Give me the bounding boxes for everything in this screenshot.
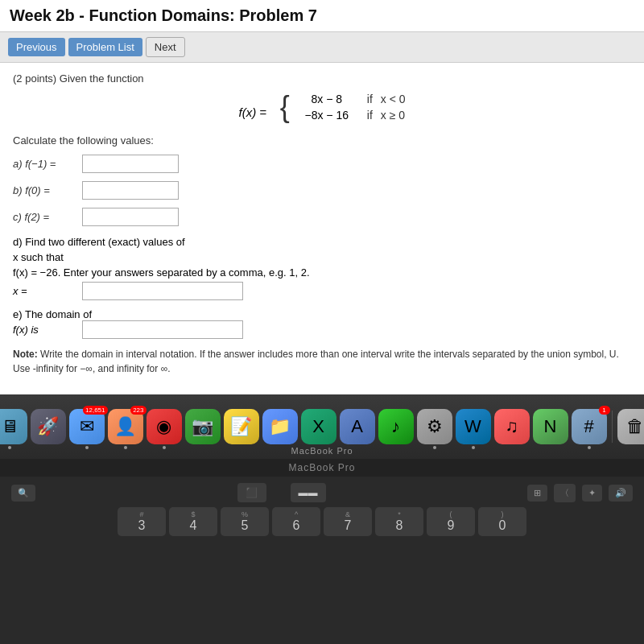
dock-icon-slack[interactable]: #1 <box>572 409 607 444</box>
keyboard-top-row: 🔍 ⬛ ▬▬ ⊞ 〈 ✦ 🔊 <box>8 483 636 502</box>
dock-icon-xcode[interactable]: A <box>340 409 375 444</box>
function-display: f(x) = { 8x − 8 if x < 0 −8x − 16 if x ≥… <box>13 93 631 122</box>
brightness-key[interactable]: ✦ <box>582 485 602 502</box>
part-b-row: b) f(0) = <box>13 181 631 200</box>
note-text: Write the domain in interval notation. I… <box>13 349 619 374</box>
dock-icon-files[interactable]: 📁 <box>262 409 298 444</box>
next-button[interactable]: Next <box>146 37 185 57</box>
section-e: e) The domain of f(x) is <box>13 308 631 339</box>
case-row-1: 8x − 8 if x < 0 <box>295 93 406 105</box>
dock-area: MacBook Pro 🖥🚀✉12,651👤223◉📷📝📁XA♪⚙W♫N#1🗑 <box>0 394 644 459</box>
dock-dot-prefs <box>433 446 436 449</box>
dock-icon-facetime[interactable]: 📷 <box>185 409 221 444</box>
case1-expr: 8x − 8 <box>295 93 359 105</box>
part-d-input[interactable] <box>82 282 243 300</box>
part-c-row: c) f(2) = <box>13 208 631 226</box>
dock-icon-spotify[interactable]: ♪ <box>378 409 414 444</box>
key-4[interactable]: $4 <box>169 507 217 536</box>
dock-dot-chrome <box>163 446 166 449</box>
part-e-label: f(x) is <box>13 324 77 336</box>
keyboard-number-row: #3 $4 %5 ^6 &7 *8 (9 )0 <box>8 507 636 536</box>
part-d-x-label: x = <box>13 285 77 297</box>
key-9[interactable]: (9 <box>427 507 475 536</box>
dock-icon-excel[interactable]: X <box>301 409 336 444</box>
dock-icon-contacts[interactable]: 👤223 <box>108 409 143 444</box>
dock-icon-trash[interactable]: 🗑 <box>617 409 645 444</box>
case-row-2: −8x − 16 if x ≥ 0 <box>295 109 406 122</box>
section-d: d) Find two different (exact) values of … <box>13 236 631 300</box>
part-b-input[interactable] <box>82 181 179 200</box>
part-d-title: d) Find two different (exact) values of <box>13 236 631 248</box>
part-a-input[interactable] <box>82 155 179 173</box>
brace-icon: { <box>280 93 290 122</box>
part-c-input[interactable] <box>82 208 179 226</box>
part-a-row: a) f(−1) = <box>13 155 631 173</box>
dock-dot-slack <box>588 446 591 449</box>
key-8[interactable]: *8 <box>375 507 423 536</box>
dock-dot-word <box>472 446 475 449</box>
dock-icon-prefs[interactable]: ⚙ <box>417 409 452 444</box>
dock-icons-container: 🖥🚀✉12,651👤223◉📷📝📁XA♪⚙W♫N#1🗑 <box>0 409 644 444</box>
part-a-label: a) f(−1) = <box>13 158 77 170</box>
macbook-label: MacBook Pro <box>291 446 353 456</box>
dock-icon-finder[interactable]: 🖥 <box>0 409 27 444</box>
expand-key[interactable]: ⊞ <box>527 485 547 502</box>
key-0[interactable]: )0 <box>478 507 526 536</box>
rectangle-key[interactable]: ▬▬ <box>291 483 326 502</box>
search-key[interactable]: 🔍 <box>11 485 35 502</box>
key-3[interactable]: #3 <box>118 507 166 536</box>
macbook-pro-label: MacBook Pro <box>0 459 644 477</box>
case1-var: x < 0 <box>381 93 406 105</box>
dock-icon-chrome[interactable]: ◉ <box>147 409 182 444</box>
bracket-key[interactable]: ⬛ <box>237 483 266 502</box>
dock-icon-numbers[interactable]: N <box>533 409 568 444</box>
dock-separator <box>612 411 613 443</box>
part-d-fx-desc: f(x) = −26. Enter your answers separated… <box>13 266 631 279</box>
page-title: Week 2b - Function Domains: Problem 7 <box>0 0 644 32</box>
dock-dot-finder <box>8 446 11 449</box>
part-c-label: c) f(2) = <box>13 211 77 223</box>
keyboard-area: 🔍 ⬛ ▬▬ ⊞ 〈 ✦ 🔊 #3 $4 %5 ^6 &7 *8 (9 )0 <box>0 477 644 644</box>
dock-dot-mail <box>85 446 89 449</box>
problem-header: (2 points) Given the function <box>13 72 631 85</box>
calc-title: Calculate the following values: <box>13 134 631 147</box>
calc-section: Calculate the following values: a) f(−1)… <box>13 134 631 226</box>
volume-key[interactable]: 🔊 <box>609 485 633 502</box>
part-b-label: b) f(0) = <box>13 184 77 196</box>
piecewise-function: { 8x − 8 if x < 0 −8x − 16 if x ≥ 0 <box>280 93 406 122</box>
dock-icon-word[interactable]: W <box>456 409 491 444</box>
case2-var: x ≥ 0 <box>381 109 405 122</box>
problem-area: (2 points) Given the function f(x) = { 8… <box>0 63 644 394</box>
dock-dot-contacts <box>124 446 127 449</box>
case2-expr: −8x − 16 <box>295 109 359 122</box>
part-e-title: e) The domain of <box>13 308 631 320</box>
dock-icon-launchpad[interactable]: 🚀 <box>31 409 66 444</box>
dock-badge-mail: 12,651 <box>83 406 107 415</box>
problem-list-button[interactable]: Problem List <box>68 38 142 56</box>
dock-icon-music[interactable]: ♫ <box>494 409 530 444</box>
case2-cond: if <box>367 109 373 122</box>
less-than-key[interactable]: 〈 <box>554 484 576 502</box>
case1-cond: if <box>367 93 373 105</box>
dock-icon-mail[interactable]: ✉12,651 <box>69 409 105 444</box>
toolbar: Previous Problem List Next <box>0 32 644 63</box>
part-d-row: x = <box>13 282 631 300</box>
function-label: f(x) = <box>238 105 266 119</box>
dock-badge-slack: 1 <box>599 406 610 415</box>
note-bold: Note: <box>13 349 38 360</box>
dock-icon-notes[interactable]: 📝 <box>224 409 259 444</box>
key-5[interactable]: %5 <box>221 507 269 536</box>
dock-badge-contacts: 223 <box>130 406 146 415</box>
part-d-x-desc: x such that <box>13 251 631 263</box>
prev-button[interactable]: Previous <box>8 38 65 56</box>
key-7[interactable]: &7 <box>324 507 372 536</box>
key-6[interactable]: ^6 <box>272 507 320 536</box>
cases-container: 8x − 8 if x < 0 −8x − 16 if x ≥ 0 <box>295 93 406 122</box>
part-e-row: f(x) is <box>13 320 631 339</box>
part-e-input[interactable] <box>82 320 243 339</box>
browser-content: Week 2b - Function Domains: Problem 7 Pr… <box>0 0 644 394</box>
note-box: Note: Write the domain in interval notat… <box>13 347 631 376</box>
